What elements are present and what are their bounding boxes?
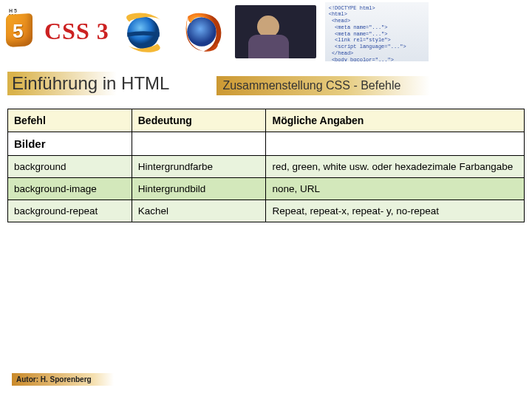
css-commands-table: Befehl Bedeutung Mögliche Angaben Bilder… xyxy=(7,109,525,222)
firefox-icon xyxy=(177,7,226,56)
html-code-preview: <!DOCTYPE html> <html> <head> <meta name… xyxy=(325,2,429,61)
html5-logo-icon: H5 MLS 5 xyxy=(6,10,35,54)
cell-command: background-repeat xyxy=(8,200,132,222)
cell-command: background xyxy=(8,156,132,178)
cell-meaning: Hintergrundbild xyxy=(132,178,266,200)
title-bar: Einführung in HTML Zusammenstellung CSS … xyxy=(0,69,532,95)
header-meaning: Bedeutung xyxy=(132,109,266,132)
page-subtitle: Zusammenstellung CSS - Befehle xyxy=(216,76,430,95)
cell-values: none, URL xyxy=(266,178,525,200)
header-logo-strip: H5 MLS 5 CSS 3 <!DOCTYPE html> <html> <h… xyxy=(0,0,532,63)
internet-explorer-icon xyxy=(118,7,168,57)
section-label: Bilder xyxy=(8,132,132,156)
table-section-row: Bilder xyxy=(8,132,525,156)
cell-values: red, green, white usw. oder hexadezimale… xyxy=(266,156,525,178)
author-label: Autor: H. Sporenberg xyxy=(12,373,114,386)
page-title: Einführung in HTML xyxy=(7,72,206,95)
header-command: Befehl xyxy=(8,109,132,132)
table-header-row: Befehl Bedeutung Mögliche Angaben xyxy=(8,109,525,132)
cell-meaning: Hintergrundfarbe xyxy=(132,156,266,178)
cell-values: Repeat, repeat-x, repeat- y, no-repeat xyxy=(266,200,525,222)
table-row: background-image Hintergrundbild none, U… xyxy=(8,178,525,200)
header-values: Mögliche Angaben xyxy=(266,109,525,132)
table-row: background Hintergrundfarbe red, green, … xyxy=(8,156,525,178)
cell-meaning: Kachel xyxy=(132,200,266,222)
speaker-photo xyxy=(235,5,316,58)
cell-command: background-image xyxy=(8,178,132,200)
css3-brand-text: CSS 3 xyxy=(44,18,109,45)
table-row: background-repeat Kachel Repeat, repeat-… xyxy=(8,200,525,222)
